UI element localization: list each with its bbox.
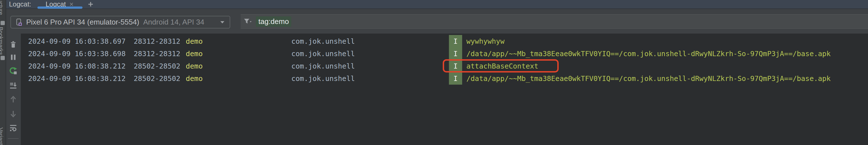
device-selector[interactable]: Pixel 6 Pro API 34 (emulator-5554) Andro… [10,16,230,28]
log-pid: 28312-28312 [134,50,186,58]
bookmarks-icon[interactable] [1,56,5,60]
add-tab-button[interactable] [86,0,96,8]
plus-icon [88,1,94,7]
soft-wrap-icon [9,124,18,132]
pause-logcat-button[interactable] [8,52,18,62]
soft-wrap-button[interactable] [8,123,18,132]
log-tag: demo [186,37,291,45]
toolbar-divider [8,138,19,139]
next-occurrence-button[interactable] [8,109,18,119]
device-name: Pixel 6 Pro API 34 (emulator-5554) [26,18,139,26]
arrow-down-icon [9,110,18,118]
log-timestamp: 2024-09-09 16:08:38.212 [28,62,134,70]
log-level-badge: I [449,35,462,47]
log-tag: demo [186,62,291,70]
log-row[interactable]: 2024-09-09 16:03:38.69728312-28312democo… [21,35,868,47]
logcat-panel: Structure Bookmarks Variants Logcat: Log… [0,0,868,145]
log-timestamp: 2024-09-09 16:08:38.212 [28,74,134,83]
log-tag: demo [186,50,291,58]
selected-tab-underline [37,6,83,9]
log-package: com.jok.unshell [291,50,449,58]
log-list: 2024-09-09 16:03:38.69728312-28312democo… [21,33,868,145]
log-level-badge: I [449,47,462,60]
panel-title: Logcat: [9,0,31,8]
log-pid: 28502-28502 [134,62,186,70]
restart-logcat-button[interactable] [8,66,18,76]
log-message: wywhywhyw [466,37,504,45]
log-package: com.jok.unshell [291,74,449,83]
scroll-to-end-button[interactable] [8,81,18,90]
log-timestamp: 2024-09-09 16:03:38.697 [28,37,134,45]
scroll-to-end-icon [9,81,18,90]
device-details: Android 14, API 34 [143,18,204,26]
structure-icon[interactable] [1,21,5,25]
trash-icon [9,40,18,49]
stripe-item-bookmarks[interactable]: Bookmarks [0,27,4,55]
log-level-badge: I [449,72,462,84]
log-row[interactable]: 2024-09-09 16:08:38.21228502-28502democo… [21,72,868,84]
left-tool-stripe: Structure Bookmarks Variants [0,0,6,145]
log-message: /data/app/~~Mb_tma38Eeae0wkTFV0YIQ==/com… [466,50,831,58]
clear-logcat-button[interactable] [8,40,18,49]
phone-emulator-icon [16,18,23,27]
log-row[interactable]: 2024-09-09 16:03:38.69828312-28312democo… [21,47,868,60]
tab-logcat[interactable]: Logcat [37,0,83,8]
previous-occurrence-button[interactable] [8,95,18,104]
log-level-badge: I [449,60,462,72]
log-timestamp: 2024-09-09 16:03:38.698 [28,50,134,58]
stripe-item-variants[interactable]: Variants [0,127,4,145]
log-tag: demo [186,74,291,83]
logcat-toolbar: Pixel 6 Pro API 34 (emulator-5554) Andro… [6,9,868,33]
log-message: attachBaseContext [466,62,538,70]
log-package: com.jok.unshell [291,37,449,45]
funnel-icon [244,18,252,25]
filter-field[interactable]: tag:demo [241,15,868,29]
close-icon[interactable] [69,1,74,7]
log-message: /data/app/~~Mb_tma38Eeae0wkTFV0YIQ==/com… [466,74,831,83]
chevron-down-icon [220,20,225,24]
stripe-item-structure[interactable]: Structure [0,0,4,15]
actions-toolbar [6,33,21,145]
arrow-up-icon [9,95,18,104]
log-row[interactable]: 2024-09-09 16:08:38.21228502-28502democo… [21,60,868,72]
rerun-icon [9,66,18,75]
filter-query: tag:demo [256,16,291,27]
logcat-header-tabbar: Logcat: Logcat [6,0,868,9]
log-package: com.jok.unshell [291,62,449,70]
pause-icon [9,53,18,62]
log-pid: 28312-28312 [134,37,186,45]
log-pid: 28502-28502 [134,74,186,83]
